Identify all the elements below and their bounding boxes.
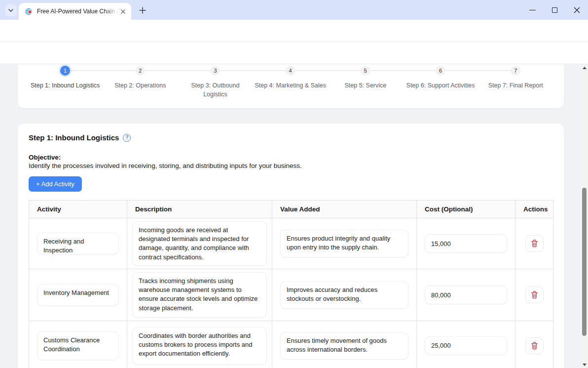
cost-input[interactable] bbox=[425, 286, 507, 304]
stepper-step-7[interactable]: 7 Step 7: Final Report bbox=[478, 66, 553, 99]
description-input[interactable]: Incoming goods are received at designate… bbox=[132, 221, 267, 266]
stepper-step-3[interactable]: 3 Step 3: Outbound Logistics bbox=[178, 66, 253, 99]
step-circle: 6 bbox=[436, 66, 445, 76]
trash-icon bbox=[531, 342, 538, 350]
step-circle: 5 bbox=[361, 66, 370, 76]
trash-icon bbox=[531, 240, 538, 247]
app-header: AI Value Chain Analysis Tool Powered by … bbox=[0, 42, 588, 64]
page-content: 1 Step 1: Inbound Logistics 2 Step 2: Op… bbox=[0, 64, 581, 368]
stepper-step-5[interactable]: 5 Step 5: Service bbox=[328, 66, 403, 99]
stepper-step-4[interactable]: 4 Step 4: Marketing & Sales bbox=[253, 66, 328, 99]
step-label: Step 4: Marketing & Sales bbox=[255, 81, 326, 90]
objective-text: Identify the processes involved in recei… bbox=[29, 162, 553, 169]
scrollbar-down-arrow[interactable] bbox=[581, 361, 588, 368]
column-header-actions: Actions bbox=[515, 201, 553, 218]
step-circle: 4 bbox=[286, 66, 295, 76]
window-controls bbox=[521, 0, 588, 20]
add-activity-button[interactable]: + Add Activity bbox=[29, 176, 82, 192]
window-maximize-button[interactable] bbox=[544, 1, 566, 19]
value-added-input[interactable]: Improves accuracy and reduces stockouts … bbox=[280, 281, 408, 309]
browser-toolbar: ai-toolbox.visual-paradigm.com/app/value… bbox=[0, 20, 588, 42]
maximize-icon bbox=[552, 7, 557, 13]
tab-close-icon[interactable] bbox=[119, 7, 127, 16]
step-label: Step 1: Inbound Logistics bbox=[31, 81, 100, 90]
description-input[interactable]: Coordinates with border authorities and … bbox=[132, 327, 267, 365]
table-row: Customs Clearance Coordination Coordinat… bbox=[29, 321, 553, 368]
chevron-down-icon bbox=[8, 7, 14, 13]
step-label: Step 7: Final Report bbox=[488, 81, 543, 90]
tab-search-button[interactable] bbox=[5, 4, 17, 16]
step-label: Step 3: Outbound Logistics bbox=[187, 81, 243, 99]
window-close-button[interactable] bbox=[566, 1, 588, 19]
step-label: Step 2: Operations bbox=[114, 81, 166, 90]
step-heading: Step 1: Inbound Logistics ? bbox=[29, 133, 553, 142]
delete-row-button[interactable] bbox=[525, 337, 544, 354]
stepper-step-6[interactable]: 6 Step 6: Support Activities bbox=[403, 66, 478, 99]
help-icon[interactable]: ? bbox=[123, 134, 131, 142]
trash-icon bbox=[531, 291, 538, 299]
step-label: Step 5: Service bbox=[344, 81, 386, 90]
browser-tab-active[interactable]: Free AI-Powered Value Chain An bbox=[19, 3, 131, 20]
step-label: Step 6: Support Activities bbox=[406, 81, 475, 90]
table-row: Receiving and Inspection Incoming goods … bbox=[29, 218, 553, 269]
tab-title: Free AI-Powered Value Chain An bbox=[37, 8, 119, 15]
scrollbar-up-arrow[interactable] bbox=[581, 64, 588, 71]
activity-input[interactable]: Inventory Management bbox=[37, 284, 119, 306]
delete-row-button[interactable] bbox=[525, 286, 544, 303]
window-minimize-button[interactable] bbox=[521, 1, 544, 19]
step-circle: 1 bbox=[60, 66, 70, 76]
minimize-icon bbox=[529, 10, 536, 10]
browser-tab-strip: Free AI-Powered Value Chain An bbox=[0, 0, 588, 20]
visual-paradigm-favicon bbox=[25, 7, 33, 16]
scrollbar-thumb[interactable] bbox=[582, 188, 587, 336]
plus-icon bbox=[139, 7, 146, 14]
step-circle: 7 bbox=[511, 66, 520, 76]
cost-input[interactable] bbox=[425, 234, 507, 253]
column-header-value-added: Value Added bbox=[272, 201, 417, 218]
activity-input[interactable]: Customs Clearance Coordination bbox=[37, 331, 119, 360]
table-header-row: Activity Description Value Added Cost (O… bbox=[29, 201, 553, 218]
cost-input[interactable] bbox=[425, 336, 507, 355]
column-header-description: Description bbox=[127, 201, 272, 218]
stepper-step-1[interactable]: 1 Step 1: Inbound Logistics bbox=[28, 66, 103, 99]
value-added-input[interactable]: Ensures product integrity and quality up… bbox=[280, 230, 408, 257]
value-added-input[interactable]: Ensures timely movement of goods across … bbox=[280, 332, 408, 360]
stepper: 1 Step 1: Inbound Logistics 2 Step 2: Op… bbox=[18, 64, 564, 99]
activities-table: Activity Description Value Added Cost (O… bbox=[29, 200, 553, 368]
step-detail-card: Step 1: Inbound Logistics ? Objective: I… bbox=[18, 123, 564, 368]
stepper-card: 1 Step 1: Inbound Logistics 2 Step 2: Op… bbox=[18, 64, 564, 108]
objective-label: Objective: bbox=[29, 154, 553, 161]
step-circle: 2 bbox=[135, 66, 145, 76]
step-circle: 3 bbox=[210, 66, 220, 76]
column-header-activity: Activity bbox=[29, 201, 127, 218]
activity-input[interactable]: Receiving and Inspection bbox=[37, 233, 119, 254]
description-input[interactable]: Tracks incoming shipments using warehous… bbox=[132, 272, 267, 318]
stepper-step-2[interactable]: 2 Step 2: Operations bbox=[103, 66, 178, 99]
delete-row-button[interactable] bbox=[525, 235, 544, 252]
close-icon bbox=[574, 7, 580, 13]
new-tab-button[interactable] bbox=[137, 4, 148, 16]
table-row: Inventory Management Tracks incoming shi… bbox=[29, 269, 553, 321]
column-header-cost: Cost (Optional) bbox=[417, 201, 515, 218]
page-scrollbar[interactable] bbox=[581, 64, 588, 368]
